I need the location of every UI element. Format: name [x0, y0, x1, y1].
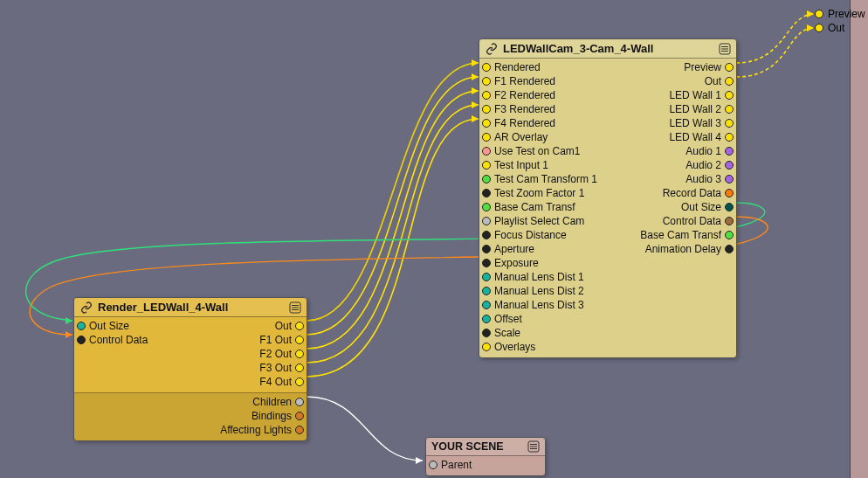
port-dot[interactable] — [77, 322, 86, 330]
port-led-wall-3[interactable]: LED Wall 3 — [669, 116, 734, 130]
right-docker-bar[interactable] — [850, 0, 868, 478]
port-dot[interactable] — [295, 350, 304, 358]
port-dot[interactable] — [482, 273, 491, 281]
port-dot[interactable] — [725, 203, 734, 211]
port-dot[interactable] — [482, 245, 491, 253]
port-dot[interactable] — [295, 426, 304, 434]
port-f4-out[interactable]: F4 Out — [259, 375, 304, 389]
port-dot[interactable] — [295, 378, 304, 386]
port-f1-rendered[interactable]: F1 Rendered — [482, 74, 555, 88]
port-dot[interactable] — [482, 315, 491, 323]
port-dot[interactable] — [725, 77, 734, 86]
port-dot[interactable] — [482, 147, 491, 156]
port-dot[interactable] — [482, 259, 491, 267]
port-dot[interactable] — [295, 336, 304, 344]
port-dot[interactable] — [725, 63, 734, 72]
port-dot[interactable] — [482, 287, 491, 295]
port-animation-delay[interactable]: Animation Delay — [645, 242, 734, 256]
port-dot[interactable] — [482, 161, 491, 170]
port-led-wall-1[interactable]: LED Wall 1 — [669, 88, 734, 102]
port-dot[interactable] — [482, 63, 491, 72]
port-f3-out[interactable]: F3 Out — [259, 361, 304, 375]
port-out[interactable]: Out — [275, 319, 304, 333]
port-dot[interactable] — [725, 133, 734, 142]
port-dot[interactable] — [77, 336, 86, 344]
port-dot[interactable] — [295, 322, 304, 330]
port-audio-3[interactable]: Audio 3 — [685, 172, 734, 186]
port-dot[interactable] — [725, 147, 734, 156]
port-dot[interactable] — [482, 203, 491, 211]
port-dot[interactable] — [725, 91, 734, 100]
port-dot[interactable] — [482, 133, 491, 142]
menu-icon[interactable] — [527, 440, 540, 453]
port-dot[interactable] — [482, 217, 491, 225]
port-dot[interactable] — [482, 105, 491, 114]
port-base-cam-transf[interactable]: Base Cam Transf — [640, 228, 734, 242]
port-dot[interactable] — [482, 175, 491, 184]
port-out-size[interactable]: Out Size — [77, 319, 129, 333]
outlet-dot-out[interactable] — [815, 24, 823, 32]
port-dot[interactable] — [482, 189, 491, 197]
node-ledwallcam[interactable]: LEDWallCam_3-Cam_4-Wall RenderedF1 Rende… — [479, 38, 737, 358]
port-f2-out[interactable]: F2 Out — [259, 347, 304, 361]
outlet-dot-preview[interactable] — [815, 10, 823, 18]
node-title-bar[interactable]: LEDWallCam_3-Cam_4-Wall — [479, 39, 736, 59]
node-title-bar[interactable]: Render_LEDWall_4-Wall — [74, 298, 307, 317]
port-dot[interactable] — [482, 91, 491, 100]
port-dot[interactable] — [482, 329, 491, 337]
port-children[interactable]: Children — [252, 395, 304, 409]
port-led-wall-4[interactable]: LED Wall 4 — [669, 130, 734, 144]
port-affecting-lights[interactable]: Affecting Lights — [220, 423, 304, 437]
port-dot[interactable] — [482, 301, 491, 309]
port-test-zoom-factor-1[interactable]: Test Zoom Factor 1 — [482, 186, 584, 200]
port-f2-rendered[interactable]: F2 Rendered — [482, 88, 555, 102]
port-dot[interactable] — [295, 412, 304, 420]
port-manual-lens-dist-3[interactable]: Manual Lens Dist 3 — [482, 298, 584, 312]
port-f1-out[interactable]: F1 Out — [259, 333, 304, 347]
port-dot[interactable] — [482, 77, 491, 86]
port-dot[interactable] — [482, 119, 491, 128]
port-audio-1[interactable]: Audio 1 — [685, 144, 734, 158]
menu-icon[interactable] — [289, 301, 301, 314]
port-dot[interactable] — [725, 161, 734, 170]
port-control-data[interactable]: Control Data — [77, 333, 148, 347]
port-led-wall-2[interactable]: LED Wall 2 — [669, 102, 734, 116]
port-out-size[interactable]: Out Size — [681, 200, 734, 214]
port-record-data[interactable]: Record Data — [663, 186, 734, 200]
port-manual-lens-dist-2[interactable]: Manual Lens Dist 2 — [482, 284, 584, 298]
port-aperture[interactable]: Aperture — [482, 242, 534, 256]
port-dot[interactable] — [429, 461, 437, 469]
port-dot[interactable] — [725, 217, 734, 225]
port-base-cam-transf[interactable]: Base Cam Transf — [482, 200, 575, 214]
port-dot[interactable] — [295, 364, 304, 372]
port-playlist-select-cam[interactable]: Playlist Select Cam — [482, 214, 584, 228]
port-parent[interactable]: Parent — [429, 458, 472, 472]
port-exposure[interactable]: Exposure — [482, 256, 539, 270]
port-test-input-1[interactable]: Test Input 1 — [482, 158, 548, 172]
port-dot[interactable] — [725, 105, 734, 114]
port-rendered[interactable]: Rendered — [482, 60, 541, 74]
port-manual-lens-dist-1[interactable]: Manual Lens Dist 1 — [482, 270, 584, 284]
port-ar-overlay[interactable]: AR Overlay — [482, 130, 548, 144]
port-out[interactable]: Out — [705, 74, 734, 88]
port-control-data[interactable]: Control Data — [663, 214, 734, 228]
node-your-scene[interactable]: YOUR SCENE Parent — [425, 437, 546, 476]
node-render-ledwall[interactable]: Render_LEDWall_4-Wall Out SizeControl Da… — [73, 297, 307, 441]
port-f3-rendered[interactable]: F3 Rendered — [482, 102, 555, 116]
port-f4-rendered[interactable]: F4 Rendered — [482, 116, 555, 130]
port-dot[interactable] — [295, 398, 304, 406]
port-overlays[interactable]: Overlays — [482, 340, 535, 354]
port-audio-2[interactable]: Audio 2 — [685, 158, 734, 172]
port-offset[interactable]: Offset — [482, 312, 522, 326]
port-dot[interactable] — [725, 175, 734, 184]
port-dot[interactable] — [725, 119, 734, 128]
port-dot[interactable] — [725, 189, 734, 197]
port-dot[interactable] — [725, 245, 734, 253]
port-test-cam-transform-1[interactable]: Test Cam Transform 1 — [482, 172, 597, 186]
port-preview[interactable]: Preview — [684, 60, 734, 74]
port-focus-distance[interactable]: Focus Distance — [482, 228, 567, 242]
port-bindings[interactable]: Bindings — [251, 409, 304, 423]
port-dot[interactable] — [482, 343, 491, 351]
port-use-test-on-cam1[interactable]: Use Test on Cam1 — [482, 144, 581, 158]
port-dot[interactable] — [725, 231, 734, 239]
